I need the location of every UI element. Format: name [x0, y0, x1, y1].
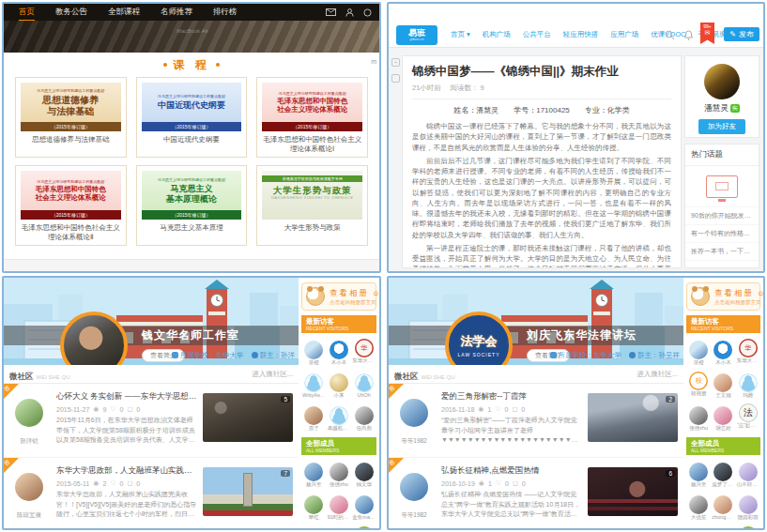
visitor-cell[interactable]: 张强zhu	[686, 403, 711, 432]
monitor-illustration-icon	[706, 175, 738, 198]
member-cell[interactable]: chongming	[711, 492, 735, 521]
post-thumbnail[interactable]: 7	[203, 467, 293, 516]
comment-icon[interactable]: ◻	[128, 479, 133, 487]
visitor-cell[interactable]: 任向彪	[351, 403, 376, 432]
comment-icon[interactable]: ◻	[128, 405, 133, 413]
post-author-avatar[interactable]	[15, 399, 43, 427]
visitor-cell[interactable]: 茶橙	[301, 337, 327, 366]
hot-topic-item[interactable]: 推荐一本书，一下子就…	[685, 243, 759, 261]
yiban-logo[interactable]: 易班 yiban.cn	[396, 25, 437, 45]
mooc-nav-item[interactable]: 名师推荐	[161, 3, 192, 22]
post-title[interactable]: 爱的三角形解密--丁霞萍	[441, 391, 582, 403]
member-cell[interactable]: ⋯ 更 多	[351, 524, 376, 528]
member-cell[interactable]: 随园彩雨	[736, 492, 760, 521]
member-cell[interactable]: 山不转水转	[736, 459, 760, 488]
enter-community-link[interactable]: 进入微社区...	[252, 370, 293, 379]
member-cell[interactable]: 未认证	[686, 524, 711, 528]
messages-ribbon[interactable]: 99+ ✉	[700, 23, 714, 44]
comment-icon[interactable]: ◻	[513, 405, 518, 413]
bell-icon[interactable]	[683, 23, 694, 48]
view-album-card[interactable]: 查看相册 ⊙ 点击返回相册群主页	[301, 282, 376, 311]
author-avatar[interactable]	[704, 64, 740, 99]
post-row[interactable]: 荐 孙洋铠 心怀大义 务实创新 ——东华大学思想政治理论实践教育活动 2015-…	[4, 384, 299, 458]
course-card[interactable]: 普通高等学校形势与政策课教学专用 大学生形势与政策 DAXUESHENG XIN…	[256, 165, 368, 246]
post-thumbnail[interactable]: 5	[203, 393, 293, 442]
member-cell[interactable]: 糖糖玛	[301, 524, 327, 528]
hot-topic-item[interactable]: 有一个特有的性格是什么…	[685, 225, 759, 243]
hot-topic-item[interactable]: 90后的你开始脱发再生…	[685, 207, 759, 225]
search-icon[interactable]	[363, 8, 372, 17]
member-cell[interactable]: 翠红	[301, 492, 327, 521]
visitor-cell[interactable]: 华 东华大学公…	[736, 337, 760, 366]
like-icon[interactable]: ♡	[495, 405, 500, 413]
visitor-cell[interactable]: 校 校相册	[686, 370, 711, 399]
member-cell[interactable]: ⋯ 更 多	[736, 524, 760, 528]
yiban-nav-item[interactable]: 机构广场	[483, 30, 511, 39]
course-card[interactable]: ·马克思主义理论研究和建设工程重点教材· 中国近现代史纲要 （2015年修订版）…	[136, 77, 248, 158]
visitor-cell[interactable]: 小来	[327, 370, 352, 399]
member-cell[interactable]: 杨兴至	[301, 459, 327, 488]
yiban-nav-item[interactable]: 首页 ▾	[451, 30, 470, 39]
post-row[interactable]: 荐 等等1982 爱的三角形解密--丁霞萍 2016-11-18 ◉1 ♡0	[389, 384, 683, 458]
yiban-nav-item[interactable]: 轻应用快搭	[563, 30, 599, 39]
member-cell[interactable]: 钱文华	[351, 459, 376, 488]
post-title[interactable]: 心怀大义 务实创新 ——东华大学思想政治理论实践教育活动	[56, 391, 197, 403]
member-cell[interactable]: 大优笙	[686, 492, 711, 521]
post-author-avatar[interactable]	[400, 473, 428, 501]
mooc-nav-item[interactable]: 首页	[19, 3, 35, 22]
post-title: 锦绣中国梦——《锦绣中国||》期末作业	[412, 64, 671, 80]
member-cell[interactable]: 追梦了无痕	[711, 459, 735, 488]
post-row[interactable]: 荐 等等1982 弘扬长征精神,点燃爱国热情 2016-10-19 ◉1 ♡0	[389, 458, 683, 530]
member-cell[interactable]: 金鱼mayday	[351, 492, 376, 521]
owner-link[interactable]: 群主：孙呈祥	[629, 351, 680, 360]
visitor-cell[interactable]: 王文娟	[711, 370, 735, 399]
puppy-icon	[306, 287, 325, 306]
post-title[interactable]: 东华大学思政部，人文融班茅山实践团完美收官！！	[56, 465, 197, 477]
visitor-cell[interactable]: WittyAsYou	[301, 370, 327, 399]
member-cell[interactable]: 张强zhu	[327, 459, 352, 488]
comment-icon[interactable]: ◻	[513, 479, 518, 487]
post-thumbnail[interactable]: 6	[588, 467, 678, 516]
visitor-cell[interactable]: 木小木	[711, 337, 735, 366]
mooc-nav-item[interactable]: 教务公告	[55, 3, 87, 22]
mail-icon[interactable]	[326, 8, 336, 16]
school-link[interactable]: 所属学校：东华大学	[550, 351, 622, 360]
like-icon[interactable]: ♡	[496, 479, 501, 487]
add-friend-button[interactable]: 加为好友	[698, 119, 745, 134]
like-icon[interactable]: ♡	[110, 479, 115, 487]
member-cell[interactable]: 91时的阳光	[327, 492, 352, 521]
enter-community-link[interactable]: 进入微社区...	[637, 370, 678, 379]
visitor-cell[interactable]: 木小木	[327, 337, 352, 366]
course-card[interactable]: ·马克思主义理论研究和建设工程重点教材· 思想道德修养 与法律基础 （2015年…	[15, 77, 127, 158]
view-album-card[interactable]: 查看相册 ⊙ 点击返回相册群主页	[686, 282, 760, 311]
visitor-cell[interactable]: 法 “法”起宇…	[736, 403, 760, 432]
visitor-cell[interactable]: 茶橙	[686, 337, 711, 366]
visitor-cell[interactable]: 原子	[301, 403, 327, 432]
like-icon[interactable]: ♡	[110, 405, 115, 413]
owner-link[interactable]: 群主：孙洋	[252, 351, 296, 360]
mooc-nav-item[interactable]: 排行榜	[213, 3, 238, 22]
school-link[interactable]: 所属学校：东华大学	[172, 351, 244, 360]
course-card[interactable]: ·马克思主义理论研究和建设工程重点教材· 马克思主义 基本原理概论 （2015年…	[136, 165, 248, 246]
post-thumbnail[interactable]: 2	[588, 393, 678, 442]
visitor-cell[interactable]: 玛雅	[736, 370, 760, 399]
publish-button[interactable]: ✎ 发布	[724, 27, 759, 41]
post-author-avatar[interactable]	[400, 399, 428, 427]
visitor-cell[interactable]: 胡艺娃	[711, 403, 735, 432]
member-cell[interactable]: 杨海远	[711, 524, 735, 528]
yiban-nav-item[interactable]: 公共平台	[523, 30, 551, 39]
post-title[interactable]: 弘扬长征精神,点燃爱国热情	[441, 465, 582, 477]
member-cell[interactable]: 杨兴至	[686, 459, 711, 488]
visitor-cell[interactable]: 华 东华大学公…	[351, 337, 376, 366]
member-cell[interactable]: 怡灵僮	[327, 524, 352, 528]
user-icon[interactable]	[345, 8, 354, 17]
post-row[interactable]: 荐 陈琼宝康 东华大学思政部，人文融班茅山实践团完美收官！！ 2015-05-1…	[4, 458, 299, 530]
search-icon[interactable]	[665, 23, 675, 48]
visitor-cell[interactable]: 卓越机械1…	[327, 403, 352, 432]
post-author-avatar[interactable]	[15, 473, 43, 501]
course-card[interactable]: ·马克思主义理论研究和建设工程重点教材· 毛泽东思想和中国特色 社会主义理论体系…	[256, 77, 368, 158]
course-card[interactable]: ·马克思主义理论研究和建设工程重点教材· 毛泽东思想和中国特色 社会主义理论体系…	[15, 165, 127, 246]
mooc-nav-item[interactable]: 全部课程	[108, 3, 140, 22]
yiban-nav-item[interactable]: 应用广场	[610, 30, 638, 39]
visitor-cell[interactable]: UhOh	[351, 370, 376, 399]
